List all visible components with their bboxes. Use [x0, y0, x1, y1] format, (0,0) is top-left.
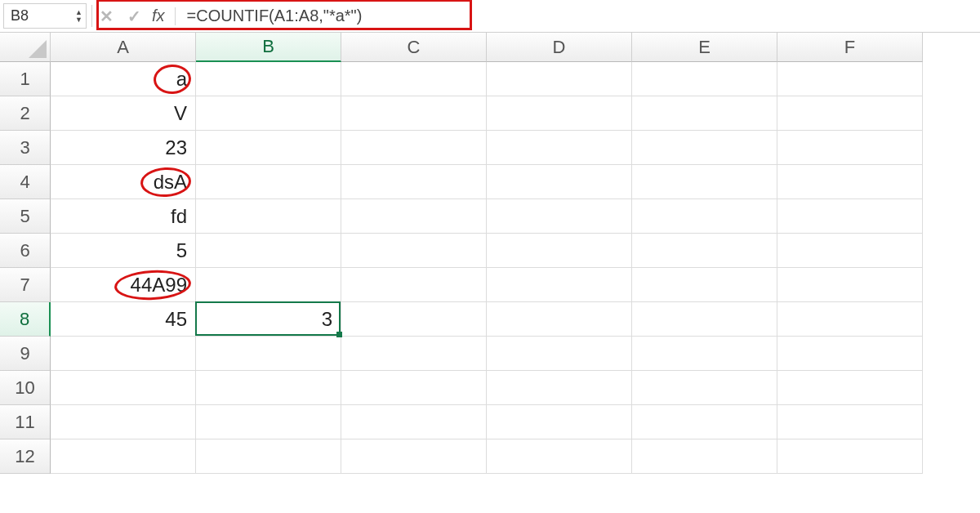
row-header[interactable]: 6 [0, 234, 51, 268]
name-box[interactable]: B8 ▲ ▼ [3, 3, 87, 29]
cell[interactable] [632, 405, 777, 439]
fx-icon[interactable]: fx [152, 7, 165, 25]
cell[interactable] [487, 165, 632, 199]
cell[interactable]: a [51, 62, 196, 96]
cell[interactable] [341, 165, 487, 199]
cell[interactable] [196, 439, 341, 474]
column-header[interactable]: C [341, 33, 487, 62]
cell[interactable] [632, 96, 777, 131]
cell[interactable] [632, 234, 777, 268]
cell[interactable] [196, 131, 341, 165]
row-header[interactable]: 10 [0, 371, 51, 405]
cell[interactable] [196, 268, 341, 302]
cell[interactable] [341, 199, 487, 234]
row-header[interactable]: 8 [0, 302, 51, 337]
row-header[interactable]: 5 [0, 199, 51, 234]
cell[interactable] [341, 96, 487, 131]
row-header[interactable]: 1 [0, 62, 51, 96]
cell[interactable]: 44A99 [51, 268, 196, 302]
cell[interactable] [196, 234, 341, 268]
cell[interactable] [632, 199, 777, 234]
cell[interactable] [632, 439, 777, 474]
cell[interactable] [487, 371, 632, 405]
select-all-corner[interactable] [0, 33, 51, 62]
cell[interactable] [196, 199, 341, 234]
cell[interactable] [487, 234, 632, 268]
cell[interactable] [487, 439, 632, 474]
cell[interactable] [777, 96, 923, 131]
cell[interactable]: fd [51, 199, 196, 234]
cell[interactable] [341, 234, 487, 268]
column-header[interactable]: B [196, 33, 341, 62]
cell[interactable] [632, 62, 777, 96]
cell[interactable]: 45 [51, 302, 196, 337]
cell[interactable] [777, 405, 923, 439]
cell[interactable] [51, 337, 196, 371]
cell[interactable]: 23 [51, 131, 196, 165]
cell[interactable] [632, 165, 777, 199]
cell[interactable] [777, 337, 923, 371]
cell[interactable] [777, 62, 923, 96]
cell[interactable]: V [51, 96, 196, 131]
column-header[interactable]: E [632, 33, 777, 62]
column-header[interactable]: F [777, 33, 923, 62]
cell[interactable] [196, 96, 341, 131]
row-header[interactable]: 9 [0, 337, 51, 371]
cell[interactable] [341, 302, 487, 337]
formula-bar: B8 ▲ ▼ ✕ ✓ fx =COUNTIF(A1:A8,"*a*") [0, 0, 980, 33]
row-header[interactable]: 4 [0, 165, 51, 199]
confirm-formula-icon[interactable]: ✓ [124, 7, 144, 26]
cell[interactable] [487, 268, 632, 302]
cell[interactable]: dsA [51, 165, 196, 199]
cell[interactable] [487, 199, 632, 234]
cell[interactable] [487, 96, 632, 131]
cell[interactable] [777, 199, 923, 234]
cell[interactable] [487, 337, 632, 371]
cell[interactable] [777, 268, 923, 302]
cell[interactable] [196, 371, 341, 405]
cell[interactable] [632, 337, 777, 371]
row-header[interactable]: 11 [0, 405, 51, 439]
cell[interactable] [341, 131, 487, 165]
cell[interactable] [487, 302, 632, 337]
cell[interactable] [341, 371, 487, 405]
column-header[interactable]: D [487, 33, 632, 62]
cell[interactable] [341, 62, 487, 96]
cell[interactable] [341, 337, 487, 371]
cell[interactable] [51, 439, 196, 474]
cell[interactable] [487, 62, 632, 96]
cell[interactable] [777, 439, 923, 474]
row-header[interactable]: 2 [0, 96, 51, 131]
cell[interactable] [632, 268, 777, 302]
cell[interactable] [51, 405, 196, 439]
spreadsheet-grid[interactable]: ABCDEF1a2V3234dsA5fd65744A9984539101112 [0, 33, 980, 474]
row-header[interactable]: 7 [0, 268, 51, 302]
cell[interactable] [632, 302, 777, 337]
cell[interactable] [196, 62, 341, 96]
cell[interactable] [632, 371, 777, 405]
cancel-formula-icon[interactable]: ✕ [96, 7, 116, 26]
name-box-steppers[interactable]: ▲ ▼ [72, 9, 86, 24]
row-header[interactable]: 12 [0, 439, 51, 474]
cell[interactable] [196, 337, 341, 371]
column-header[interactable]: A [51, 33, 196, 62]
cell[interactable] [341, 439, 487, 474]
cell[interactable]: 5 [51, 234, 196, 268]
cell[interactable] [777, 131, 923, 165]
cell[interactable] [777, 302, 923, 337]
cell[interactable] [341, 405, 487, 439]
cell[interactable] [341, 268, 487, 302]
cell[interactable] [196, 405, 341, 439]
cell[interactable]: 3 [196, 302, 341, 337]
cell[interactable] [777, 165, 923, 199]
cell[interactable] [487, 405, 632, 439]
cell[interactable] [487, 131, 632, 165]
cell[interactable] [196, 165, 341, 199]
cell[interactable] [51, 371, 196, 405]
arrow-down-icon[interactable]: ▼ [75, 16, 82, 24]
row-header[interactable]: 3 [0, 131, 51, 165]
cell[interactable] [777, 234, 923, 268]
cell[interactable] [777, 371, 923, 405]
formula-input[interactable]: =COUNTIF(A1:A8,"*a*") [187, 7, 980, 25]
cell[interactable] [632, 131, 777, 165]
